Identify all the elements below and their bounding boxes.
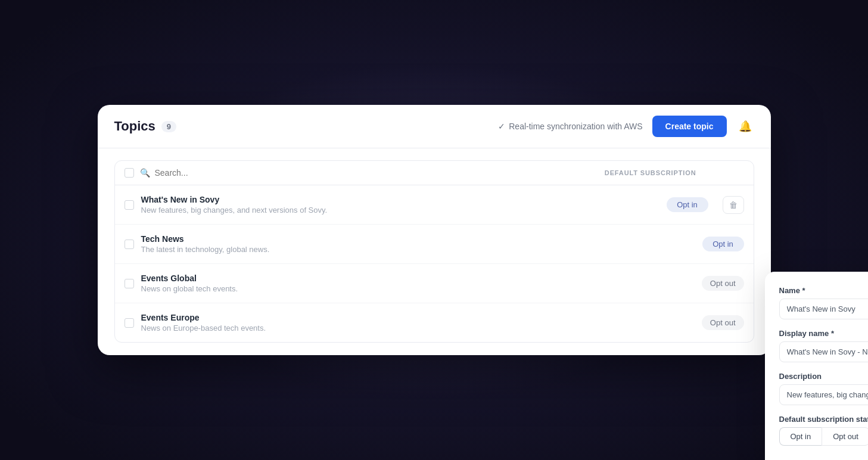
name-field-group: Name * (779, 286, 869, 319)
card-header: Topics 9 ✓ Real-time synchronization wit… (98, 105, 771, 148)
topic-description: News on Europe-based tech events. (141, 324, 695, 332)
table-row: What's New in Sovy New features, big cha… (115, 185, 754, 225)
notifications-button[interactable]: 🔔 (736, 117, 754, 135)
search-wrap: 🔍 (140, 168, 599, 178)
display-name-label: Display name * (779, 329, 869, 338)
description-input[interactable] (779, 384, 869, 405)
header-title: Topics 9 (114, 119, 177, 134)
topics-table: 🔍 DEFAULT SUBSCRIPTION What's New in Sov… (114, 160, 754, 343)
select-all-checkbox[interactable] (125, 168, 134, 178)
topic-info: Tech News The latest in technology, glob… (141, 234, 695, 254)
sync-label-text: Real-time synchronization with AWS (509, 122, 642, 131)
subscription-badge: Opt out (702, 276, 744, 291)
subscription-status-toggle: Opt in Opt out (779, 427, 869, 446)
sync-status: ✓ Real-time synchronization with AWS (498, 122, 642, 131)
table-row: Tech News The latest in technology, glob… (115, 225, 754, 264)
page-title: Topics (114, 119, 155, 134)
subscription-badge: Opt out (702, 315, 744, 330)
topic-info: Events Europe News on Europe-based tech … (141, 313, 695, 332)
display-name-field-group: Display name * (779, 329, 869, 362)
trash-icon: 🗑 (729, 200, 738, 210)
topic-info: What's New in Sovy New features, big cha… (141, 195, 659, 215)
topic-description: News on global tech events. (141, 284, 695, 293)
bell-icon: 🔔 (739, 120, 752, 132)
delete-button[interactable]: 🗑 (723, 196, 744, 214)
topic-description: New features, big changes, and next vers… (141, 206, 659, 215)
topic-name: What's New in Sovy (141, 195, 659, 204)
search-input[interactable] (155, 168, 599, 178)
opt-out-button[interactable]: Opt out (822, 427, 868, 446)
name-input[interactable] (779, 299, 869, 319)
row-checkbox[interactable] (125, 240, 134, 249)
header-right: ✓ Real-time synchronization with AWS Cre… (498, 116, 754, 137)
col-header-subscription: DEFAULT SUBSCRIPTION (605, 169, 744, 176)
main-card: Topics 9 ✓ Real-time synchronization wit… (98, 105, 771, 355)
table-row: Events Europe News on Europe-based tech … (115, 303, 754, 342)
table-container: 🔍 DEFAULT SUBSCRIPTION What's New in Sov… (98, 148, 771, 355)
topic-name: Events Europe (141, 313, 695, 322)
create-topic-button[interactable]: Create topic (652, 116, 727, 137)
topic-name: Events Global (141, 273, 695, 283)
check-icon: ✓ (498, 122, 505, 131)
table-row: Events Global News on global tech events… (115, 264, 754, 303)
name-label: Name * (779, 286, 869, 295)
subscription-badge: Opt in (702, 237, 744, 251)
subscription-badge: Opt in (667, 197, 708, 212)
display-name-input[interactable] (779, 341, 869, 362)
topic-detail-panel: Name * Display name * Description Defaul… (765, 272, 869, 460)
status-label: Default subscription status (779, 415, 869, 424)
table-search-row: 🔍 DEFAULT SUBSCRIPTION (115, 161, 754, 185)
row-checkbox[interactable] (125, 279, 134, 288)
status-field-group: Default subscription status Opt in Opt o… (779, 415, 869, 446)
topic-description: The latest in technology, global news. (141, 245, 695, 254)
description-label: Description (779, 372, 869, 381)
opt-in-button[interactable]: Opt in (779, 427, 822, 446)
topic-name: Tech News (141, 234, 695, 244)
row-checkbox[interactable] (125, 200, 134, 210)
search-icon: 🔍 (140, 168, 150, 178)
description-field-group: Description (779, 372, 869, 405)
row-checkbox[interactable] (125, 318, 134, 328)
topic-info: Events Global News on global tech events… (141, 273, 695, 293)
topics-count: 9 (161, 121, 176, 132)
